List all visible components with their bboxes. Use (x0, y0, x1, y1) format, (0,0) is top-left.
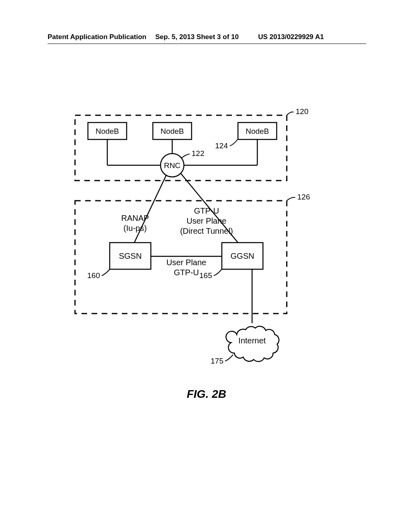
ggsn-label: GGSN (231, 251, 254, 260)
ref-122: 122 (192, 149, 204, 158)
ref-165: 165 (199, 271, 212, 280)
gtpu-label-1: GTP-U (194, 206, 219, 215)
userplane-label-1: User Plane (167, 258, 206, 267)
internet-label: Internet (238, 336, 266, 345)
nodeb-label-2: NodeB (161, 127, 184, 135)
ref-124: 124 (215, 141, 228, 150)
leader-165 (214, 269, 222, 276)
leader-126 (287, 197, 295, 201)
ranap-label-2: (Iu-ps) (123, 224, 147, 233)
leader-160 (102, 269, 110, 276)
ref-175: 175 (211, 357, 223, 365)
figure-caption: FIG. 2B (0, 388, 413, 401)
nodeb-label-1: NodeB (96, 127, 119, 135)
leader-175 (225, 355, 233, 361)
leader-122 (181, 154, 190, 158)
diagram-svg: NodeB NodeB NodeB RNC SGSN GGSN RANAP (I… (0, 0, 413, 532)
ref-120: 120 (296, 107, 309, 116)
userplane-label-2: GTP-U (174, 268, 199, 277)
ranap-label-1: RANAP (121, 214, 149, 222)
leader-124 (230, 139, 238, 146)
gtpu-label-3: (Direct Tunnel) (180, 227, 233, 235)
gtpu-label-2: User Plane (187, 216, 227, 225)
leader-120 (287, 112, 294, 115)
nodeb-label-3: NodeB (246, 127, 269, 135)
sgsn-label: SGSN (119, 251, 142, 260)
ref-126: 126 (297, 193, 310, 201)
ref-160: 160 (87, 271, 100, 280)
page: Patent Application Publication Sep. 5, 2… (0, 0, 413, 532)
rnc-label: RNC (164, 161, 180, 170)
